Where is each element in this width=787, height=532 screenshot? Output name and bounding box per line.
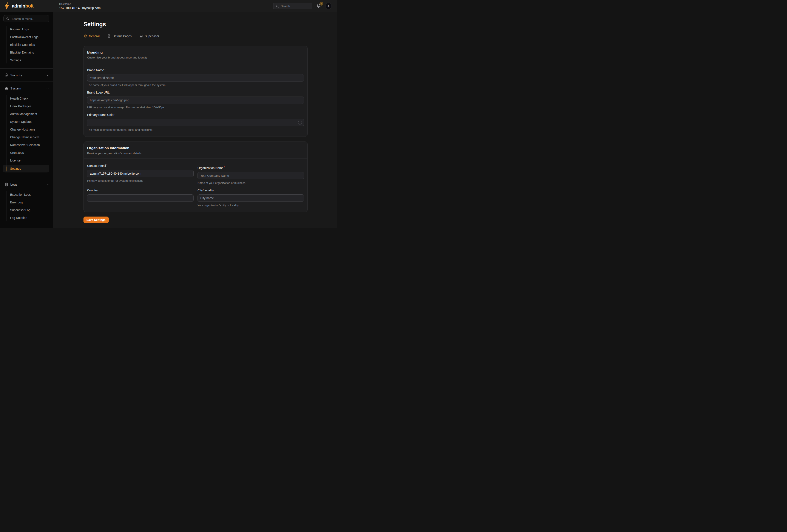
- brand-name-input[interactable]: [87, 74, 304, 82]
- sidebar-item-nameserver-selection[interactable]: Nameserver Selection: [0, 141, 53, 149]
- brand-logo-url-field: Brand Logo URL URL to your brand logo im…: [87, 91, 304, 109]
- hard-drive-icon: [140, 34, 143, 38]
- country-label: Country: [87, 189, 98, 192]
- card-subtitle: Customize your brand appearance and iden…: [87, 56, 304, 59]
- brand-logo-url-label: Brand Logo URL: [87, 91, 109, 94]
- sidebar-item-postfix-dovecot-logs[interactable]: Postfix/Dovecot Logs: [0, 33, 53, 41]
- sidebar-item-blacklist-countries[interactable]: Blacklist Countries: [0, 41, 53, 49]
- brand-logo-url-input[interactable]: [87, 96, 304, 104]
- field-help: URL to your brand logo image. Recommende…: [87, 106, 304, 109]
- hostname-label: Hostname: [59, 3, 273, 6]
- sidebar-section-logs[interactable]: Logs: [0, 179, 53, 190]
- tab-label: General: [89, 35, 100, 38]
- header-search-input[interactable]: [281, 4, 310, 8]
- primary-brand-color-label: Primary Brand Color: [87, 113, 114, 116]
- notification-count-badge: 4: [319, 2, 323, 6]
- required-marker: *: [106, 164, 107, 167]
- tab-general[interactable]: General: [84, 34, 100, 41]
- notifications-button[interactable]: 4: [316, 3, 321, 8]
- sidebar-item-linux-packages[interactable]: Linux Packages: [0, 102, 53, 110]
- sidebar-section-label: Security: [10, 73, 22, 77]
- sidebar-item-change-nameservers[interactable]: Change Nameservers: [0, 133, 53, 141]
- sidebar-item-system-updates[interactable]: System Updates: [0, 118, 53, 126]
- sidebar-item-change-hostname[interactable]: Change Hostname: [0, 126, 53, 133]
- field-help: Primary contact email for system notific…: [87, 179, 194, 182]
- brand-logo[interactable]: adminbolt: [0, 2, 53, 10]
- sidebar-item-rspamd-logs[interactable]: Rspamd Logs: [0, 25, 53, 33]
- sidebar-item-cron-jobs[interactable]: Cron Jobs: [0, 149, 53, 157]
- branding-card: Branding Customize your brand appearance…: [84, 46, 308, 137]
- sidebar-item-license[interactable]: License: [0, 157, 53, 164]
- header-search[interactable]: [273, 3, 312, 9]
- sidebar-item-admin-management[interactable]: Admin Management: [0, 110, 53, 118]
- page-title: Settings: [84, 21, 308, 28]
- required-marker: *: [224, 166, 225, 169]
- organization-card: Organization Information Provide your or…: [84, 141, 308, 212]
- country-field: Country: [87, 189, 194, 207]
- sidebar-group-logs: Execution Logs Error Log Supervisor Log …: [0, 191, 53, 222]
- organization-name-input[interactable]: [197, 172, 304, 179]
- chevron-down-icon: [46, 73, 49, 77]
- avatar[interactable]: A: [325, 3, 332, 9]
- card-title: Organization Information: [87, 146, 304, 150]
- tab-bar: General Default Pages: [84, 34, 308, 41]
- gear-icon: [84, 34, 87, 38]
- city-input[interactable]: [197, 194, 304, 202]
- gear-icon: [4, 86, 8, 91]
- country-input[interactable]: [87, 194, 194, 202]
- sidebar-section-label: System: [10, 86, 21, 91]
- sidebar-item-mail-settings[interactable]: Settings: [0, 56, 53, 64]
- sidebar-section-system[interactable]: System: [0, 83, 53, 94]
- sidebar-item-health-check[interactable]: Health Check: [0, 95, 53, 102]
- file-text-icon: [107, 34, 111, 38]
- sidebar-item-blacklist-domains[interactable]: Blacklist Domains: [0, 49, 53, 56]
- contact-email-input[interactable]: [87, 170, 194, 177]
- branding-card-body: Brand Name* The name of your brand as it…: [84, 63, 307, 136]
- organization-name-label: Organization Name*: [197, 166, 225, 170]
- field-help: The main color used for buttons, links, …: [87, 128, 304, 131]
- sidebar-item-execution-logs[interactable]: Execution Logs: [0, 191, 53, 198]
- search-icon: [276, 4, 279, 8]
- contact-email-field: Contact Email* Primary contact email for…: [87, 164, 194, 184]
- sidebar-item-supervisor-log[interactable]: Supervisor Log: [0, 206, 53, 214]
- sidebar: Rspamd Logs Postfix/Dovecot Logs Blackli…: [0, 12, 53, 228]
- tab-label: Supervisor: [145, 35, 159, 38]
- sidebar-divider: [0, 68, 53, 69]
- main-area: Settings General: [53, 12, 337, 228]
- sidebar-search[interactable]: [3, 15, 49, 22]
- sidebar-section-label: Logs: [10, 182, 17, 187]
- content: Settings General: [84, 12, 308, 228]
- primary-brand-color-input[interactable]: [87, 119, 304, 126]
- sidebar-group-mail: Rspamd Logs Postfix/Dovecot Logs Blackli…: [0, 25, 53, 64]
- sidebar-item-settings-active[interactable]: Settings: [3, 165, 49, 173]
- field-help: Name of your organization or business: [197, 181, 304, 184]
- hostname-block: Hostname 157-180-40-140.myboltip.com: [53, 3, 273, 10]
- sidebar-search-input[interactable]: [12, 17, 47, 20]
- organization-name-field: Organization Name* Name of your organiza…: [197, 166, 304, 184]
- shield-icon: [4, 73, 8, 77]
- brand-name-field: Brand Name* The name of your brand as it…: [87, 68, 304, 87]
- field-help: Your organization's city or locality: [197, 204, 304, 207]
- top-header: adminbolt Hostname 157-180-40-140.mybolt…: [0, 0, 337, 12]
- card-subtitle: Provide your organization's contact deta…: [87, 152, 304, 155]
- tab-default-pages[interactable]: Default Pages: [107, 34, 132, 41]
- organization-card-body: Contact Email* Primary contact email for…: [84, 159, 307, 212]
- city-label: City/Locality: [197, 189, 214, 192]
- city-field: City/Locality Your organization's city o…: [197, 189, 304, 207]
- sidebar-section-security[interactable]: Security: [0, 70, 53, 81]
- required-marker: *: [105, 68, 106, 71]
- brand-logo-text: adminbolt: [12, 3, 34, 9]
- header-actions: 4 A: [273, 3, 337, 9]
- chevron-up-icon: [46, 87, 49, 90]
- brand-name-label: Brand Name*: [87, 68, 105, 72]
- contact-email-label: Contact Email*: [87, 164, 107, 168]
- branding-card-header: Branding Customize your brand appearance…: [84, 46, 307, 63]
- save-settings-button[interactable]: Save Settings: [84, 217, 109, 223]
- tab-supervisor[interactable]: Supervisor: [140, 34, 159, 41]
- sidebar-group-system: Health Check Linux Packages Admin Manage…: [0, 95, 53, 173]
- sidebar-item-error-log[interactable]: Error Log: [0, 198, 53, 206]
- app-root: adminbolt Hostname 157-180-40-140.mybolt…: [0, 0, 337, 228]
- sidebar-item-log-rotation[interactable]: Log Rotation: [0, 214, 53, 222]
- color-swatch-icon[interactable]: [298, 120, 302, 125]
- organization-card-header: Organization Information Provide your or…: [84, 142, 307, 159]
